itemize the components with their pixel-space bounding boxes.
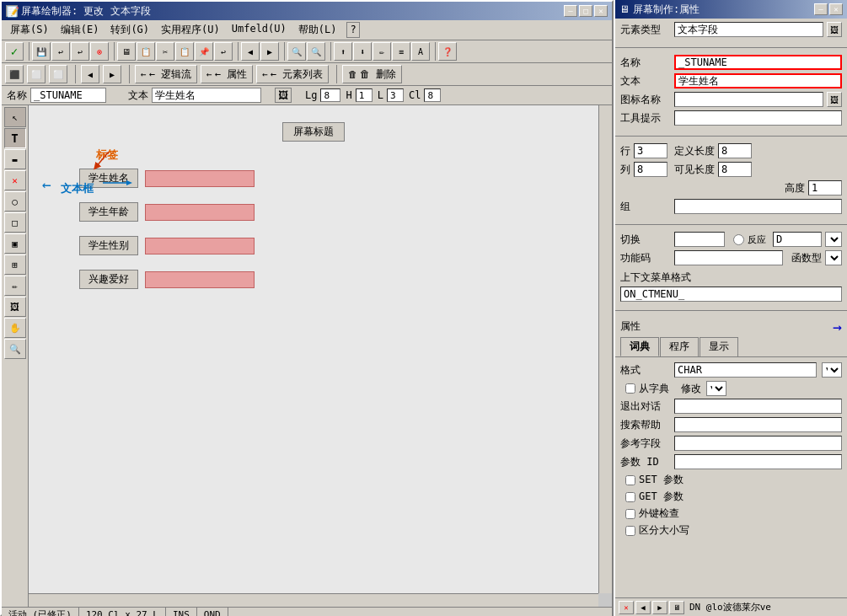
zoom2-btn[interactable]: 🔍 bbox=[307, 42, 325, 61]
format-input[interactable] bbox=[674, 362, 817, 378]
minimize-button[interactable]: — bbox=[564, 5, 577, 17]
nav-prev[interactable]: ◀ bbox=[241, 42, 260, 61]
tab-dict[interactable]: 词典 bbox=[620, 337, 659, 356]
close-button[interactable]: ✕ bbox=[594, 5, 608, 17]
func-code-input[interactable] bbox=[674, 250, 783, 265]
tool-magnify[interactable]: 🔍 bbox=[4, 339, 26, 359]
text-prop-input[interactable] bbox=[674, 73, 842, 88]
l-input[interactable] bbox=[387, 88, 404, 102]
maximize-button[interactable]: □ bbox=[579, 5, 592, 17]
bottom-icon-btn[interactable]: 🖥 bbox=[669, 601, 684, 614]
height-input[interactable] bbox=[808, 180, 842, 196]
get-param-check[interactable] bbox=[625, 492, 635, 502]
element-type-icon-btn[interactable]: 🖼 bbox=[827, 22, 842, 37]
tool-circle[interactable]: ○ bbox=[4, 191, 26, 212]
move-down-btn[interactable]: ⬇ bbox=[353, 42, 372, 61]
paste-btn[interactable]: 📋 bbox=[175, 42, 194, 61]
menu-utilities[interactable]: 实用程序(U) bbox=[156, 22, 225, 38]
tb2-btn3[interactable]: ⬜ bbox=[49, 65, 67, 83]
tb2-nav1[interactable]: ◀ bbox=[81, 65, 99, 83]
cl-input[interactable] bbox=[424, 88, 441, 102]
tool-table[interactable]: ⊞ bbox=[4, 254, 26, 275]
copy-btn[interactable]: 📋 bbox=[137, 42, 155, 61]
bottom-cross-btn[interactable]: ✕ bbox=[619, 601, 634, 614]
elements-btn[interactable]: ← ← 元素列表 bbox=[256, 65, 329, 83]
delete-btn[interactable]: 🗑 🗑 删除 bbox=[342, 65, 402, 83]
menu-goto[interactable]: 转到(G) bbox=[105, 22, 154, 38]
tab-display[interactable]: 显示 bbox=[700, 337, 738, 356]
save-btn[interactable]: 💾 bbox=[32, 42, 51, 61]
field-input-2[interactable] bbox=[145, 204, 255, 221]
help-btn[interactable]: ❓ bbox=[438, 42, 457, 61]
cut-btn[interactable]: ✂ bbox=[156, 42, 174, 61]
tab-program[interactable]: 程序 bbox=[660, 337, 699, 356]
from-dict-check[interactable] bbox=[625, 383, 635, 394]
col-input[interactable] bbox=[634, 162, 667, 177]
cancel-btn[interactable]: ⊗ bbox=[90, 42, 109, 61]
tb2-nav2[interactable]: ▶ bbox=[103, 65, 121, 83]
param-id-input[interactable] bbox=[674, 454, 842, 469]
undo-btn[interactable]: ↩ bbox=[51, 42, 70, 61]
align-btn[interactable]: ≡ bbox=[392, 42, 410, 61]
tool-x[interactable]: ✕ bbox=[4, 170, 26, 190]
move-up-btn[interactable]: ⬆ bbox=[334, 42, 352, 61]
tool-text[interactable]: T bbox=[4, 128, 26, 148]
tooltip-input[interactable] bbox=[674, 110, 842, 126]
menu-format-input[interactable] bbox=[620, 287, 842, 302]
tool-select[interactable]: ↖ bbox=[4, 107, 26, 127]
undo2-btn[interactable]: ↩ bbox=[71, 42, 89, 61]
icon-btn[interactable]: 🖼 bbox=[275, 88, 292, 103]
right-minimize-btn[interactable]: — bbox=[814, 3, 828, 15]
response-radio[interactable] bbox=[733, 234, 744, 245]
scrollbar-vertical[interactable] bbox=[598, 105, 612, 593]
bottom-left-btn[interactable]: ◀ bbox=[635, 601, 651, 614]
row-input[interactable] bbox=[634, 143, 667, 158]
checkmark-btn[interactable]: ✓ bbox=[5, 42, 24, 61]
func-type-select[interactable]: ▼ bbox=[825, 250, 842, 265]
menu-help[interactable]: 帮助(L) bbox=[293, 22, 342, 38]
switch-input[interactable] bbox=[674, 232, 725, 247]
search-help-input[interactable] bbox=[674, 417, 842, 432]
zoom-btn[interactable]: 🔍 bbox=[287, 42, 306, 61]
menu-umfeld[interactable]: Umfeld(U) bbox=[227, 22, 292, 38]
icon-name-input[interactable] bbox=[674, 92, 823, 107]
response-select[interactable]: ▼ bbox=[825, 232, 842, 247]
props-btn[interactable]: ← ← 属性 bbox=[201, 65, 253, 83]
field-input-4[interactable] bbox=[145, 271, 255, 288]
undo3-btn[interactable]: ↩ bbox=[214, 42, 233, 61]
lg-input[interactable] bbox=[320, 88, 340, 102]
visible-len-input[interactable] bbox=[718, 162, 752, 177]
exit-dialog-input[interactable] bbox=[674, 399, 842, 414]
tool-line[interactable]: ▬ bbox=[4, 149, 26, 169]
format-select[interactable]: ▼ bbox=[822, 362, 842, 378]
tool-move[interactable]: ✋ bbox=[4, 318, 26, 338]
nav-next[interactable]: ▶ bbox=[260, 42, 279, 61]
case-sensitive-check[interactable] bbox=[625, 526, 635, 536]
element-type-input[interactable] bbox=[674, 22, 823, 37]
ref-field-input[interactable] bbox=[674, 436, 842, 451]
format-btn[interactable]: A bbox=[411, 42, 430, 61]
tool-frame[interactable]: ▣ bbox=[4, 233, 26, 254]
logic-flow-btn[interactable]: ← ← 逻辑流 bbox=[135, 65, 197, 83]
scrollbar-horizontal[interactable] bbox=[29, 593, 598, 607]
icon-name-browse-btn[interactable]: 🖼 bbox=[827, 92, 842, 107]
right-close-btn[interactable]: ✕ bbox=[829, 3, 843, 15]
edit-btn[interactable]: ✏ bbox=[373, 42, 391, 61]
name-input[interactable] bbox=[30, 88, 106, 103]
tool-image[interactable]: 🖼 bbox=[4, 297, 26, 317]
tool-rect[interactable]: □ bbox=[4, 212, 26, 233]
define-len-input[interactable] bbox=[718, 143, 752, 158]
group-input[interactable] bbox=[674, 199, 842, 214]
tb2-btn1[interactable]: ⬛ bbox=[5, 65, 24, 83]
name-prop-input[interactable] bbox=[674, 55, 842, 70]
menu-edit[interactable]: 编辑(E) bbox=[56, 22, 105, 38]
attributes-arrow-btn[interactable]: → bbox=[833, 318, 842, 335]
tool-pencil[interactable]: ✏ bbox=[4, 276, 26, 296]
help-icon-btn[interactable]: ? bbox=[346, 22, 359, 38]
field-input-3[interactable] bbox=[145, 238, 255, 254]
h-input[interactable] bbox=[356, 88, 373, 102]
bottom-right-btn[interactable]: ▶ bbox=[652, 601, 667, 614]
text-input[interactable] bbox=[152, 88, 261, 103]
modify-select[interactable]: ▼ bbox=[706, 381, 726, 396]
field-input-1[interactable] bbox=[145, 170, 255, 187]
